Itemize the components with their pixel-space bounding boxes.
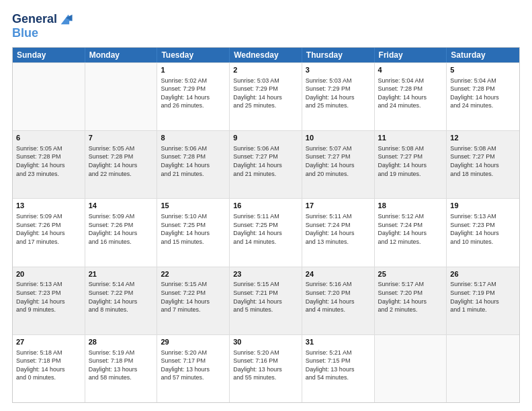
day-cell-9: 9Sunrise: 5:06 AM Sunset: 7:27 PM Daylig… [230,131,302,198]
day-number: 20 [16,269,81,279]
day-cell-11: 11Sunrise: 5:08 AM Sunset: 7:27 PM Dayli… [375,131,447,198]
day-number: 1 [161,65,226,75]
day-cell-2: 2Sunrise: 5:03 AM Sunset: 7:29 PM Daylig… [230,63,302,130]
day-info: Sunrise: 5:08 AM Sunset: 7:27 PM Dayligh… [450,144,516,178]
calendar: SundayMondayTuesdayWednesdayThursdayFrid… [12,47,520,403]
logo-text: General [12,13,57,26]
day-cell-26: 26Sunrise: 5:17 AM Sunset: 7:19 PM Dayli… [447,267,519,334]
day-info: Sunrise: 5:05 AM Sunset: 7:28 PM Dayligh… [16,144,81,178]
calendar-row-5: 27Sunrise: 5:18 AM Sunset: 7:18 PM Dayli… [13,334,519,402]
day-cell-24: 24Sunrise: 5:16 AM Sunset: 7:20 PM Dayli… [302,267,375,334]
day-number: 28 [89,337,154,347]
day-number: 24 [306,269,371,279]
day-number: 12 [450,133,516,143]
day-cell-5: 5Sunrise: 5:04 AM Sunset: 7:28 PM Daylig… [447,63,519,130]
day-cell-20: 20Sunrise: 5:13 AM Sunset: 7:23 PM Dayli… [13,267,85,334]
empty-cell [13,63,85,130]
day-number: 29 [161,337,226,347]
day-info: Sunrise: 5:07 AM Sunset: 7:27 PM Dayligh… [306,144,371,178]
day-cell-7: 7Sunrise: 5:05 AM Sunset: 7:28 PM Daylig… [85,131,158,198]
day-cell-3: 3Sunrise: 5:03 AM Sunset: 7:29 PM Daylig… [302,63,375,130]
day-info: Sunrise: 5:17 AM Sunset: 7:19 PM Dayligh… [450,280,516,314]
day-number: 25 [378,269,443,279]
day-cell-19: 19Sunrise: 5:13 AM Sunset: 7:23 PM Dayli… [447,199,519,266]
calendar-row-2: 6Sunrise: 5:05 AM Sunset: 7:28 PM Daylig… [13,130,519,198]
day-cell-27: 27Sunrise: 5:18 AM Sunset: 7:18 PM Dayli… [13,335,85,402]
day-cell-6: 6Sunrise: 5:05 AM Sunset: 7:28 PM Daylig… [13,131,85,198]
day-info: Sunrise: 5:11 AM Sunset: 7:25 PM Dayligh… [233,212,298,246]
day-cell-21: 21Sunrise: 5:14 AM Sunset: 7:22 PM Dayli… [85,267,158,334]
empty-cell [447,335,519,402]
day-number: 17 [306,201,371,211]
weekday-header-friday: Friday [375,48,447,62]
day-cell-28: 28Sunrise: 5:19 AM Sunset: 7:18 PM Dayli… [85,335,158,402]
day-info: Sunrise: 5:04 AM Sunset: 7:28 PM Dayligh… [378,77,443,110]
day-info: Sunrise: 5:09 AM Sunset: 7:26 PM Dayligh… [89,212,154,246]
day-cell-12: 12Sunrise: 5:08 AM Sunset: 7:27 PM Dayli… [447,131,519,198]
day-cell-1: 1Sunrise: 5:02 AM Sunset: 7:29 PM Daylig… [157,63,230,130]
day-info: Sunrise: 5:13 AM Sunset: 7:23 PM Dayligh… [16,280,81,314]
day-number: 10 [306,133,371,143]
day-info: Sunrise: 5:02 AM Sunset: 7:29 PM Dayligh… [161,77,226,110]
empty-cell [85,63,158,130]
day-number: 23 [233,269,298,279]
weekday-header-sunday: Sunday [13,48,85,62]
day-info: Sunrise: 5:08 AM Sunset: 7:27 PM Dayligh… [378,144,443,178]
day-cell-13: 13Sunrise: 5:09 AM Sunset: 7:26 PM Dayli… [13,199,85,266]
day-info: Sunrise: 5:03 AM Sunset: 7:29 PM Dayligh… [306,77,371,110]
day-cell-29: 29Sunrise: 5:20 AM Sunset: 7:17 PM Dayli… [157,335,230,402]
day-number: 11 [378,133,443,143]
day-cell-17: 17Sunrise: 5:11 AM Sunset: 7:24 PM Dayli… [302,199,375,266]
day-info: Sunrise: 5:19 AM Sunset: 7:18 PM Dayligh… [89,349,154,382]
day-info: Sunrise: 5:06 AM Sunset: 7:28 PM Dayligh… [161,144,226,178]
calendar-body: 1Sunrise: 5:02 AM Sunset: 7:29 PM Daylig… [13,62,519,402]
day-info: Sunrise: 5:21 AM Sunset: 7:15 PM Dayligh… [306,349,371,382]
day-number: 13 [16,201,81,211]
day-number: 2 [233,65,298,75]
day-number: 31 [306,337,371,347]
day-cell-31: 31Sunrise: 5:21 AM Sunset: 7:15 PM Dayli… [302,335,375,402]
day-number: 14 [89,201,154,211]
day-number: 30 [233,337,298,347]
day-info: Sunrise: 5:13 AM Sunset: 7:23 PM Dayligh… [450,212,516,246]
day-number: 3 [306,65,371,75]
weekday-header-saturday: Saturday [447,48,519,62]
day-info: Sunrise: 5:03 AM Sunset: 7:29 PM Dayligh… [233,77,298,110]
day-number: 15 [161,201,226,211]
day-cell-14: 14Sunrise: 5:09 AM Sunset: 7:26 PM Dayli… [85,199,158,266]
day-number: 4 [378,65,443,75]
day-number: 27 [16,337,81,347]
day-info: Sunrise: 5:17 AM Sunset: 7:20 PM Dayligh… [378,280,443,314]
logo-blue: Blue [12,27,73,40]
day-info: Sunrise: 5:15 AM Sunset: 7:22 PM Dayligh… [161,280,226,314]
day-number: 26 [450,269,516,279]
day-number: 22 [161,269,226,279]
day-info: Sunrise: 5:09 AM Sunset: 7:26 PM Dayligh… [16,212,81,246]
weekday-header-monday: Monday [85,48,158,62]
weekday-header-tuesday: Tuesday [157,48,230,62]
day-info: Sunrise: 5:10 AM Sunset: 7:25 PM Dayligh… [161,212,226,246]
header: General Blue [12,12,520,40]
calendar-row-1: 1Sunrise: 5:02 AM Sunset: 7:29 PM Daylig… [13,62,519,130]
day-cell-25: 25Sunrise: 5:17 AM Sunset: 7:20 PM Dayli… [375,267,447,334]
day-info: Sunrise: 5:20 AM Sunset: 7:16 PM Dayligh… [233,349,298,382]
logo: General Blue [12,12,73,40]
day-info: Sunrise: 5:06 AM Sunset: 7:27 PM Dayligh… [233,144,298,178]
day-cell-22: 22Sunrise: 5:15 AM Sunset: 7:22 PM Dayli… [157,267,230,334]
day-cell-15: 15Sunrise: 5:10 AM Sunset: 7:25 PM Dayli… [157,199,230,266]
day-number: 19 [450,201,516,211]
day-info: Sunrise: 5:14 AM Sunset: 7:22 PM Dayligh… [89,280,154,314]
page: General Blue SundayMondayTuesdayWednesda… [0,0,532,411]
weekday-header-wednesday: Wednesday [230,48,302,62]
day-info: Sunrise: 5:05 AM Sunset: 7:28 PM Dayligh… [89,144,154,178]
day-info: Sunrise: 5:15 AM Sunset: 7:21 PM Dayligh… [233,280,298,314]
day-cell-30: 30Sunrise: 5:20 AM Sunset: 7:16 PM Dayli… [230,335,302,402]
day-info: Sunrise: 5:11 AM Sunset: 7:24 PM Dayligh… [306,212,371,246]
day-cell-4: 4Sunrise: 5:04 AM Sunset: 7:28 PM Daylig… [375,63,447,130]
day-number: 18 [378,201,443,211]
day-cell-18: 18Sunrise: 5:12 AM Sunset: 7:24 PM Dayli… [375,199,447,266]
day-number: 7 [89,133,154,143]
empty-cell [375,335,447,402]
day-info: Sunrise: 5:12 AM Sunset: 7:24 PM Dayligh… [378,212,443,246]
day-number: 6 [16,133,81,143]
